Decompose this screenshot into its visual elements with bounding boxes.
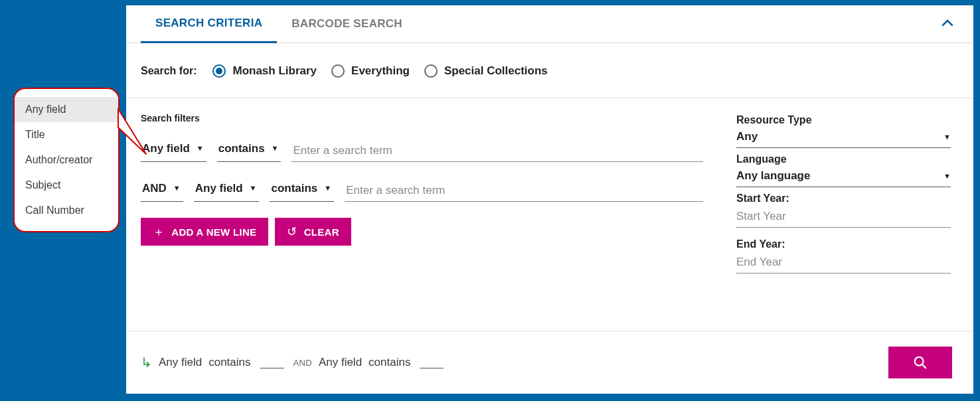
radio-label: Everything bbox=[351, 64, 410, 78]
summary-text: contains bbox=[368, 356, 410, 369]
tab-search-criteria[interactable]: SEARCH CRITERIA bbox=[141, 5, 277, 43]
dropdown-value: Any bbox=[736, 130, 758, 143]
language-dropdown[interactable]: Any language ▼ bbox=[736, 165, 951, 187]
search-for-label: Search for: bbox=[141, 65, 197, 77]
radio-unselected-icon bbox=[331, 64, 345, 78]
caret-down-icon: ▼ bbox=[272, 144, 279, 152]
radio-unselected-icon bbox=[424, 64, 438, 78]
end-year-input[interactable] bbox=[736, 250, 951, 274]
caret-down-icon: ▼ bbox=[943, 172, 951, 180]
resource-type-dropdown[interactable]: Any ▼ bbox=[736, 126, 951, 148]
filter-row-2: AND ▼ Any field ▼ contains ▼ bbox=[141, 178, 703, 202]
dropdown-value: Any field bbox=[195, 182, 243, 195]
undo-icon: ↺ bbox=[287, 224, 297, 239]
caret-down-icon: ▼ bbox=[173, 184, 181, 192]
language-label: Language bbox=[736, 153, 951, 165]
search-button[interactable] bbox=[888, 347, 952, 378]
filters-column: Search filters Any field ▼ contains ▼ AN… bbox=[141, 113, 703, 283]
field-dropdown[interactable]: Any field ▼ bbox=[194, 178, 260, 202]
return-arrow-icon: ↳ bbox=[141, 355, 152, 370]
search-term-input[interactable] bbox=[345, 180, 703, 202]
tab-barcode-search[interactable]: BARCODE SEARCH bbox=[277, 5, 417, 43]
button-label: CLEAR bbox=[304, 226, 339, 238]
dropdown-option-subject[interactable]: Subject bbox=[15, 173, 118, 198]
dropdown-value: contains bbox=[218, 142, 265, 155]
dropdown-option-title[interactable]: Title bbox=[15, 122, 118, 147]
start-year-label: Start Year: bbox=[736, 193, 951, 204]
filter-row-1: Any field ▼ contains ▼ bbox=[141, 138, 703, 162]
search-panel: SEARCH CRITERIA BARCODE SEARCH Search fo… bbox=[126, 5, 973, 394]
mid-section: Search filters Any field ▼ contains ▼ AN… bbox=[126, 98, 973, 297]
summary-text: contains bbox=[208, 356, 250, 369]
dropdown-value: AND bbox=[142, 182, 167, 195]
search-scope-row: Search for: Monash Library Everything Sp… bbox=[126, 43, 973, 98]
caret-down-icon: ▼ bbox=[943, 133, 951, 141]
caret-down-icon: ▼ bbox=[324, 184, 331, 192]
add-new-line-button[interactable]: ＋ ADD A NEW LINE bbox=[141, 218, 268, 246]
field-dropdown-menu: Any field Title Author/creator Subject C… bbox=[13, 88, 120, 232]
dropdown-option-any-field[interactable]: Any field bbox=[15, 97, 118, 122]
bottom-bar: ↳ Any field contains AND Any field conta… bbox=[126, 331, 973, 394]
summary-and: AND bbox=[293, 358, 312, 368]
operator-dropdown[interactable]: contains ▼ bbox=[270, 178, 334, 202]
dropdown-option-callnumber[interactable]: Call Number bbox=[15, 198, 118, 223]
dropdown-value: contains bbox=[271, 182, 317, 195]
start-year-input[interactable] bbox=[736, 204, 951, 228]
radio-monash-library[interactable]: Monash Library bbox=[212, 64, 317, 78]
radio-label: Monash Library bbox=[232, 64, 317, 78]
caret-down-icon: ▼ bbox=[197, 144, 204, 152]
end-year-label: End Year: bbox=[736, 238, 951, 250]
side-column: Resource Type Any ▼ Language Any languag… bbox=[736, 113, 959, 283]
search-filters-title: Search filters bbox=[141, 113, 703, 123]
resource-type-label: Resource Type bbox=[736, 114, 951, 126]
summary-text: Any field bbox=[319, 356, 362, 369]
svg-line-1 bbox=[922, 364, 926, 368]
button-label: ADD A NEW LINE bbox=[171, 226, 256, 238]
dropdown-value: Any language bbox=[736, 169, 810, 183]
chevron-up-icon[interactable] bbox=[941, 17, 953, 29]
plus-icon: ＋ bbox=[153, 224, 165, 240]
radio-everything[interactable]: Everything bbox=[331, 64, 410, 78]
radio-label: Special Collections bbox=[444, 64, 548, 78]
caret-down-icon: ▼ bbox=[250, 184, 257, 192]
summary-text: Any field bbox=[159, 356, 202, 369]
boolean-dropdown[interactable]: AND ▼ bbox=[141, 178, 183, 202]
tabs-bar: SEARCH CRITERIA BARCODE SEARCH bbox=[126, 5, 973, 43]
callout-pointer-icon bbox=[112, 101, 158, 167]
radio-selected-icon bbox=[212, 64, 226, 78]
query-summary: ↳ Any field contains AND Any field conta… bbox=[141, 355, 446, 370]
blank-slot bbox=[260, 357, 284, 368]
search-icon bbox=[913, 355, 928, 370]
operator-dropdown[interactable]: contains ▼ bbox=[217, 138, 282, 162]
radio-special-collections[interactable]: Special Collections bbox=[424, 64, 548, 78]
blank-slot bbox=[420, 357, 444, 368]
clear-button[interactable]: ↺ CLEAR bbox=[275, 218, 351, 246]
button-row: ＋ ADD A NEW LINE ↺ CLEAR bbox=[141, 218, 703, 246]
search-term-input[interactable] bbox=[291, 140, 703, 162]
dropdown-option-author[interactable]: Author/creator bbox=[15, 147, 118, 173]
